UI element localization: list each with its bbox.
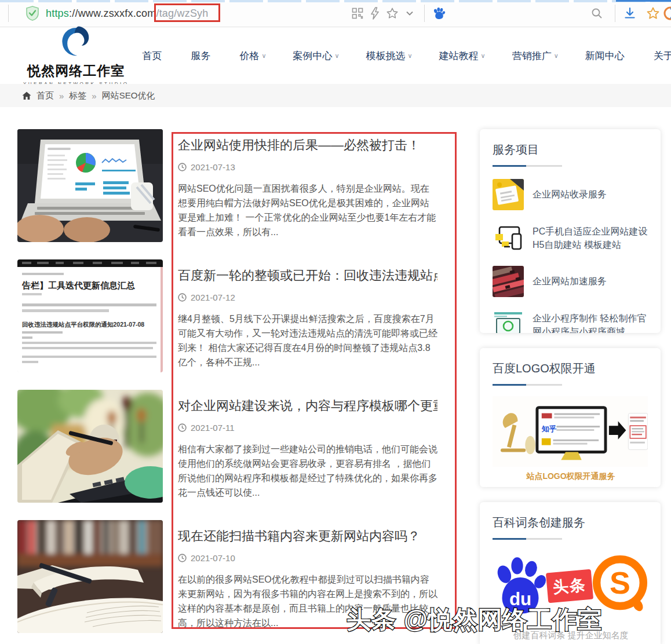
heading-underline <box>493 384 562 386</box>
breadcrumb: 首页 » 标签 » 网站SEO优化 <box>0 84 671 107</box>
site-header: 悦然网络工作室 YUERAN NETWORK STUDIO 首页 服务 价格∨ … <box>0 27 671 84</box>
favorites-star-icon[interactable] <box>644 5 662 22</box>
clock-icon <box>178 163 187 171</box>
flash-save-icon[interactable] <box>366 5 384 22</box>
service-thumb-miniprogram-icon <box>493 309 524 333</box>
post-date: 2021-07-12 <box>178 292 437 302</box>
breadcrumb-home[interactable]: 首页 <box>37 90 54 101</box>
logo-swirl-icon <box>58 25 94 61</box>
browser-toolbar: https://www.zsxxfx.com/tag/wzSyh <box>0 0 671 27</box>
baike-heading: 百科词条创建服务 <box>493 515 649 530</box>
post-excerpt: 网站SEO优化问题一直困扰着很多人，特别是企业网站。现在想要用纯白帽方法做好网站… <box>178 181 437 239</box>
post-title[interactable]: 企业网站使用快排的后果——必然被打击！ <box>178 137 437 154</box>
svg-text:告栏】工具迭代更新信息汇总: 告栏】工具迭代更新信息汇总 <box>21 280 135 290</box>
svg-text:知乎: 知乎 <box>541 425 557 433</box>
svg-text:S: S <box>610 565 630 600</box>
services-heading: 服务项目 <box>493 142 649 158</box>
heading-underline <box>493 538 562 540</box>
breadcrumb-tag[interactable]: 标签 <box>69 90 86 101</box>
post-date: 2021-07-10 <box>178 553 437 563</box>
divider <box>615 5 615 22</box>
url-scheme: https <box>46 8 69 19</box>
post-list: 企业网站使用快排的后果——必然被打击！ 2021-07-13 网站SEO优化问题… <box>17 129 459 644</box>
download-icon[interactable] <box>621 5 639 22</box>
nav-item-news[interactable]: 新闻中心 <box>572 43 640 68</box>
post-row[interactable]: 对企业网站建设来说，内容与程序模板哪个更重... 2021-07-11 相信有大… <box>17 390 459 503</box>
baidu-paw-icon[interactable] <box>431 5 448 22</box>
post-excerpt: 相信有大家都了接到过一些建站公司的推销电话，他们可能会说使用他们的系统做网站会更… <box>178 442 437 500</box>
post-date: 2021-07-13 <box>178 162 437 172</box>
sidebar: 服务项目 企业网站收录服务 <box>480 129 661 644</box>
post-row[interactable]: 告栏】工具迭代更新信息汇总 回收违法违规站点平台权限的通知2021-07-08 … <box>17 259 459 372</box>
svg-text:回收违法违规站点平台权限的通知2021-07-08: 回收违法违规站点平台权限的通知2021-07-08 <box>22 321 144 328</box>
baidu-logo-heading: 百度LOGO权限开通 <box>493 361 649 376</box>
post-thumbnail-analytics-laptop[interactable] <box>17 129 163 242</box>
service-thumb-devices-icon <box>493 222 524 254</box>
search-icon[interactable] <box>588 5 606 22</box>
home-icon[interactable] <box>22 92 31 100</box>
heading-underline <box>493 165 562 167</box>
post-date: 2021-07-11 <box>178 423 437 433</box>
bookmark-star-icon[interactable] <box>384 5 401 22</box>
post-thumbnail-hand-pen-laptop[interactable] <box>17 390 163 503</box>
service-label: 企业小程序制作 轻松制作官网小程序与小程序商城 <box>533 312 649 333</box>
service-label: 企业网站加速服务 <box>533 275 607 288</box>
address-bar[interactable]: https://www.zsxxfx.com/tag/wzSyh <box>46 8 209 20</box>
nav-item-marketing[interactable]: 营销推广∨ <box>499 43 572 68</box>
breadcrumb-separator: » <box>92 91 96 101</box>
nav-item-templates[interactable]: 模板挑选∨ <box>353 43 426 68</box>
baidu-logo-banner[interactable]: 知乎 站点LOGO权限开通服务 <box>493 396 649 482</box>
post-row[interactable]: 企业网站使用快排的后果——必然被打击！ 2021-07-13 网站SEO优化问题… <box>17 129 459 242</box>
logo-title: 悦然网络工作室 <box>27 62 125 80</box>
sidebar-card-services: 服务项目 企业网站收录服务 <box>480 129 661 333</box>
active-tab-indicator <box>616 0 671 2</box>
toutiao-watermark: 头条 @悦然网络工作室 <box>347 603 603 636</box>
nav-item-cases[interactable]: 案例中心∨ <box>279 43 352 68</box>
nav-item-pricing[interactable]: 价格∨ <box>226 43 279 68</box>
nav-item-about[interactable]: 关于 <box>640 43 671 68</box>
url-path: /tag/wzSyh <box>156 8 208 19</box>
service-label: 企业网站收录服务 <box>533 188 607 201</box>
post-excerpt: 继4月整顿、5月线下公开课提出鲜活搜索之后，百度搜索在7月可能又有大动作，又一轮… <box>178 312 437 369</box>
post-body: 对企业网站建设来说，内容与程序模板哪个更重... 2021-07-11 相信有大… <box>176 390 447 503</box>
breadcrumb-current: 网站SEO优化 <box>102 90 155 101</box>
post-title[interactable]: 百度新一轮的整顿或已开始：回收违法违规站点... <box>178 268 437 284</box>
sidebar-card-baidu-logo: 百度LOGO权限开通 知乎 <box>480 348 661 487</box>
browser-tabstrip <box>0 0 671 2</box>
qr-code-icon[interactable] <box>349 5 366 22</box>
clock-icon <box>178 554 187 562</box>
clock-icon <box>178 423 187 432</box>
main-nav: 首页 服务 价格∨ 案例中心∨ 模板挑选∨ 建站教程∨ 营销推广∨ 新闻中心 关… <box>129 43 671 68</box>
breadcrumb-separator: » <box>59 91 64 101</box>
service-item-acceleration[interactable]: 企业网站加速服务 <box>493 266 649 297</box>
post-body: 企业网站使用快排的后果——必然被打击！ 2021-07-13 网站SEO优化问题… <box>176 129 447 242</box>
site-logo[interactable]: 悦然网络工作室 YUERAN NETWORK STUDIO <box>23 25 129 86</box>
site-security-shield-icon[interactable] <box>24 5 41 22</box>
post-thumbnail-open-books[interactable] <box>17 520 163 633</box>
divider <box>8 5 9 22</box>
service-label: PC手机自适应企业网站建设 H5自助建站 模板建站 <box>533 225 649 251</box>
nav-item-home[interactable]: 首页 <box>129 43 177 68</box>
nav-item-services[interactable]: 服务 <box>177 43 226 68</box>
toutiao-logo: 头条 <box>546 569 593 603</box>
url-host: ://www.zsxxfx.com <box>69 8 156 19</box>
post-thumbnail-notice-document[interactable]: 告栏】工具迭代更新信息汇总 回收违法违规站点平台权限的通知2021-07-08 <box>17 259 163 372</box>
service-item-miniprogram[interactable]: 企业小程序制作 轻松制作官网小程序与小程序商城 <box>493 309 649 333</box>
chevron-down-icon[interactable] <box>401 5 418 22</box>
post-body: 百度新一轮的整顿或已开始：回收违法违规站点... 2021-07-12 继4月整… <box>176 259 447 372</box>
service-item-indexing[interactable]: 企业网站收录服务 <box>493 179 649 210</box>
divider <box>424 5 425 22</box>
post-title[interactable]: 对企业网站建设来说，内容与程序模板哪个更重... <box>178 398 437 415</box>
extension-icon[interactable] <box>662 5 671 22</box>
service-item-responsive-build[interactable]: PC手机自适应企业网站建设 H5自助建站 模板建站 <box>493 222 649 254</box>
clock-icon <box>178 293 187 302</box>
post-title[interactable]: 现在还能扫描书籍内容来更新网站内容吗？ <box>178 528 437 545</box>
banner-caption: 站点LOGO权限开通服务 <box>493 471 649 482</box>
service-thumb-speed-photo <box>493 266 524 297</box>
service-thumb-cards-icon <box>493 179 524 210</box>
nav-item-tutorials[interactable]: 建站教程∨ <box>426 43 499 68</box>
